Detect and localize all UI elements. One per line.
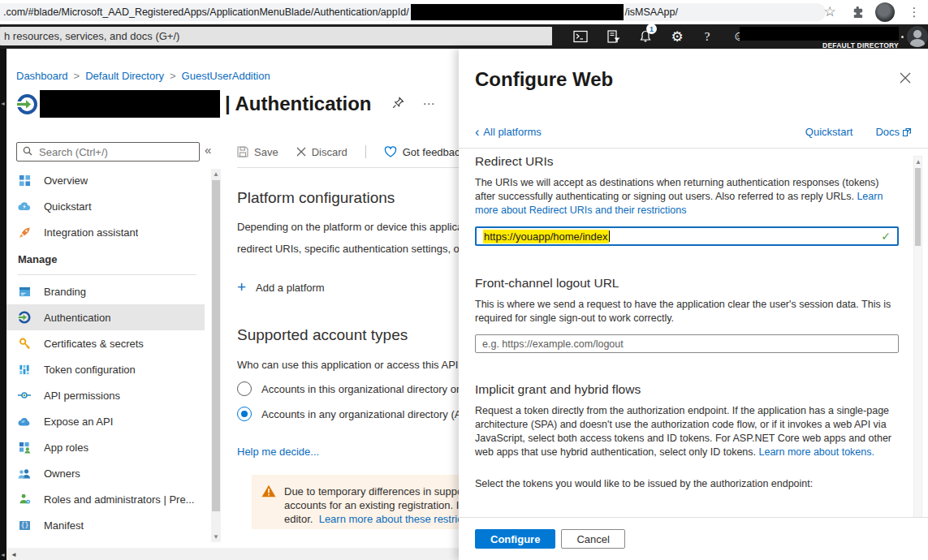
pin-icon[interactable] [392,97,404,111]
scroll-up-icon[interactable]: ▲ [211,170,221,178]
redirect-uris-heading: Redirect URIs [475,154,899,169]
command-separator [365,145,366,158]
implicit-grant-desc: Request a token directly from the author… [475,404,899,459]
quickstart-cloud-icon [18,200,31,213]
sidebar-item-integration-assistant[interactable]: Integration assistant [6,219,205,245]
sidebar-item-app-roles[interactable]: App roles [6,434,205,460]
panel-divider [459,148,928,149]
panel-scrollbar[interactable]: ▲ ▼ [913,156,922,555]
notifications-bell-icon[interactable]: 1 [635,27,656,46]
url-text-suffix: /isMSAApp/ [625,6,678,18]
cancel-button[interactable]: Cancel [561,529,624,549]
browser-menu-icon[interactable]: ⋮ [904,2,924,22]
portal-avatar[interactable] [907,26,928,47]
logout-url-input[interactable] [475,334,899,353]
browser-profile-avatar[interactable] [875,2,895,22]
breadcrumb-dashboard[interactable]: Dashboard [16,70,68,82]
valid-check-icon: ✓ [881,230,891,243]
scrollbar-thumb[interactable] [212,180,220,511]
logout-url-heading: Front-channel logout URL [475,276,899,291]
scrollbar-thumb[interactable] [915,168,921,246]
sidebar-item-manifest[interactable]: {} Manifest [6,512,205,538]
sidebar-item-token-configuration[interactable]: Token configuration [6,356,205,382]
quickstart-link[interactable]: Quickstart [805,126,853,138]
sidebar-search-input[interactable] [37,145,199,159]
save-button[interactable]: Save [237,146,278,158]
text-caret [609,230,611,242]
sidebar-item-expose-api[interactable]: Expose an API [6,408,205,434]
sidebar-manage-header: Manage [6,245,205,273]
manage-divider [18,274,196,275]
people-icon [18,467,31,480]
sidebar-item-branding[interactable]: Branding [6,278,205,304]
select-tokens-text: Select the tokens you would like to be i… [475,477,899,491]
help-icon[interactable]: ? [697,27,718,46]
left-edge-strip: ◄ ◄ [0,49,6,560]
sidebar-item-quickstart[interactable]: Quickstart [6,193,205,219]
key-icon [18,337,31,350]
sidebar-item-overview[interactable]: Overview [6,167,205,193]
scroll-left-icon[interactable]: ◄ [11,551,17,558]
search-icon [23,146,32,158]
settings-gear-icon[interactable]: ⚙ [667,27,688,46]
breadcrumb: Dashboard>Default Directory>GuestUserAdd… [16,70,270,82]
radio-unselected-icon[interactable] [237,381,252,396]
redirect-uris-desc: The URIs we will accept as destinations … [475,176,899,218]
sidebar-nav: Overview Quickstart Integration assistan… [6,167,205,538]
portal-search-input[interactable]: h resources, services, and docs (G+/) [0,27,552,45]
sidebar-item-certificates-secrets[interactable]: Certificates & secrets [6,330,205,356]
url-text: .com/#blade/Microsoft_AAD_RegisteredApps… [3,6,409,18]
app-name-redaction [40,90,220,118]
authentication-icon [18,311,31,324]
directory-filter-icon[interactable] [602,27,624,46]
page-title: | Authentication [225,93,371,115]
bookmark-star-icon[interactable]: ☆ [820,2,840,22]
sidebar-item-authentication[interactable]: Authentication [6,304,205,330]
azure-top-bar: h resources, services, and docs (G+/) 1 … [0,24,928,49]
panel-footer: Configure Cancel [459,517,928,560]
sliders-icon [18,363,31,376]
sidebar-item-api-permissions[interactable]: API permissions [6,382,205,408]
overview-grid-icon [18,174,31,187]
sidebar-collapse-icon[interactable]: « [205,143,211,157]
radio-selected-icon[interactable] [237,407,252,421]
app-roles-icon [18,441,31,454]
branding-icon [18,285,31,298]
implicit-grant-heading: Implicit grant and hybrid flows [475,382,899,397]
docs-link[interactable]: Docs [875,126,912,138]
panel-title: Configure Web [475,68,613,91]
sidebar-item-owners[interactable]: Owners [6,460,205,486]
address-bar[interactable]: .com/#blade/Microsoft_AAD_RegisteredApps… [0,3,826,21]
tokens-learn-more-link[interactable]: Learn more about tokens. [759,446,874,458]
account-email-redaction [740,27,899,41]
redirect-uri-input[interactable]: https://youapp/home/index ✓ [475,226,899,246]
sidebar-item-roles-administrators[interactable]: Roles and administrators | Pre... [6,486,205,512]
external-link-icon [902,127,912,137]
app-registration-icon [16,93,38,115]
configure-button[interactable]: Configure [475,529,555,549]
collapse-arrow-icon[interactable]: ◄ [0,552,6,558]
close-icon[interactable] [897,70,913,86]
page-header: | Authentication ⋯ [16,89,436,118]
configure-web-panel: Configure Web ‹ All platforms Quickstart… [459,49,928,560]
portal-search-text: h resources, services, and docs (G+/) [4,30,179,42]
chevron-left-icon: ‹ [475,127,479,137]
scroll-down-icon[interactable]: ▼ [211,533,221,541]
breadcrumb-app[interactable]: GuestUserAddition [182,70,270,82]
scroll-up-icon[interactable]: ▲ [913,158,923,166]
collapse-arrow-icon[interactable]: ◄ [0,101,6,106]
horizontal-scrollbar[interactable]: ◄ [6,548,459,560]
discard-x-icon [296,147,306,157]
panel-body: Redirect URIs The URIs we will accept as… [475,154,899,491]
warning-triangle-icon [261,485,276,529]
discard-button[interactable]: Discard [296,146,347,158]
sidebar-scrollbar[interactable]: ▲ ▼ [211,169,221,542]
redaction-artifact [901,36,904,38]
manifest-icon: {} [18,519,31,532]
cloud-shell-icon[interactable] [570,27,591,46]
all-platforms-back-link[interactable]: ‹ All platforms [475,126,542,138]
more-options-icon[interactable]: ⋯ [422,97,436,111]
extensions-icon[interactable] [848,5,867,24]
sidebar-search[interactable] [16,142,200,162]
breadcrumb-directory[interactable]: Default Directory [85,70,164,82]
